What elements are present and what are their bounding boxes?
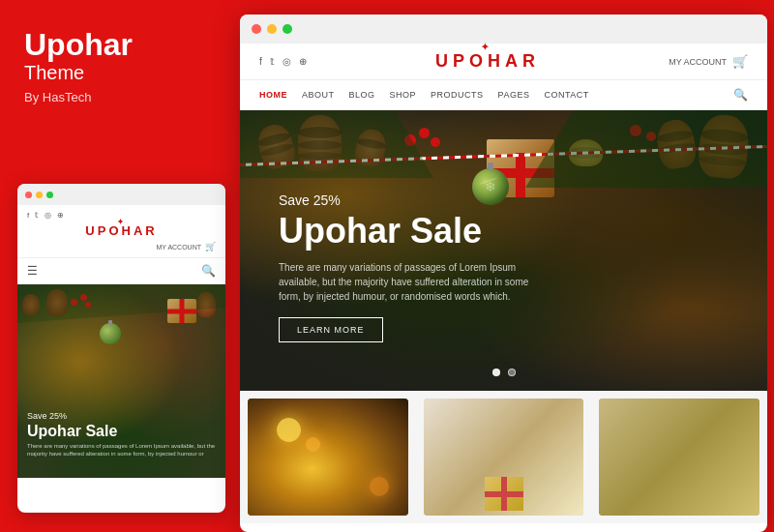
facebook-icon[interactable]: f	[259, 56, 262, 67]
nav-home[interactable]: HOME	[259, 90, 287, 100]
browser-bar	[240, 15, 767, 44]
slider-dot-1[interactable]	[492, 369, 500, 376]
site-social-icons: f 𝕥 ◎ ⊕	[259, 56, 307, 67]
cart-icon[interactable]: 🛒	[732, 54, 748, 69]
mobile-desc-text: There are many variations of passages of…	[27, 443, 216, 458]
mobile-hero-section: Save 25% Upohar Sale There are many vari…	[17, 284, 225, 478]
hero-title: Upohar Sale	[279, 212, 729, 251]
mobile-dot-red	[25, 192, 32, 198]
nav-blog[interactable]: BLOG	[349, 90, 375, 100]
mobile-hero-text: Save 25% Upohar Sale There are many vari…	[27, 411, 216, 458]
hero-section: ❄ Save 25% Upohar Sale There are many va…	[240, 110, 767, 391]
hero-text-overlay: Save 25% Upohar Sale There are many vari…	[279, 192, 729, 342]
hero-desc: There are many variations of passages of…	[279, 260, 550, 304]
mobile-facebook-icon: f	[27, 211, 29, 220]
browser-dot-red	[252, 24, 261, 34]
bottom-card-2	[424, 399, 584, 516]
slider-dots	[492, 369, 516, 376]
site-header: f 𝕥 ◎ ⊕ UPOHAR MY ACCOUNT 🛒	[240, 44, 767, 80]
main-preview: f 𝕥 ◎ ⊕ UPOHAR MY ACCOUNT 🛒 HOME ABOUT B…	[240, 15, 767, 532]
mobile-site-header: f 𝕥 ◎ ⊕ UPOHAR MY ACCOUNT 🛒	[17, 205, 225, 258]
site-account-row: MY ACCOUNT 🛒	[669, 54, 748, 69]
instagram-icon[interactable]: ◎	[283, 56, 291, 67]
mobile-account-row: MY ACCOUNT 🛒	[27, 242, 216, 251]
hero-cta-button[interactable]: LEARN MORE	[279, 317, 383, 342]
mobile-cart-icon: 🛒	[205, 242, 216, 251]
pinterest-icon[interactable]: ⊕	[299, 56, 307, 67]
mobile-save-text: Save 25%	[27, 411, 216, 421]
site-logo: UPOHAR	[435, 51, 540, 72]
browser-dot-green	[283, 24, 292, 34]
mobile-twitter-icon: 𝕥	[35, 211, 39, 220]
nav-products[interactable]: PRODUCTS	[431, 90, 484, 100]
mobile-sale-title: Upohar Sale	[27, 423, 216, 440]
nav-contact[interactable]: CONTACT	[544, 90, 588, 100]
mobile-instagram-icon: ◎	[45, 211, 51, 220]
nav-items: HOME ABOUT BLOG SHOP PRODUCTS PAGES CONT…	[259, 90, 589, 100]
hamburger-icon[interactable]: ☰	[27, 264, 38, 278]
nav-search-icon[interactable]: 🔍	[733, 88, 748, 102]
slider-dot-2[interactable]	[508, 369, 516, 376]
nav-shop[interactable]: SHOP	[390, 90, 417, 100]
bottom-card-3	[599, 399, 759, 516]
nav-about[interactable]: ABOUT	[302, 90, 335, 100]
brand-title: Upohar	[24, 29, 216, 60]
bottom-card-1	[248, 399, 408, 516]
brand-by: By HasTech	[24, 90, 216, 104]
left-panel: Upohar Theme By HasTech f 𝕥 ◎ ⊕ UPOHAR M…	[0, 0, 240, 532]
mobile-logo: UPOHAR	[27, 223, 216, 238]
mobile-account-label: MY ACCOUNT	[156, 244, 201, 251]
mobile-search-icon[interactable]: 🔍	[201, 264, 216, 278]
browser-dot-yellow	[267, 24, 277, 34]
mobile-dot-yellow	[36, 192, 43, 198]
mobile-browser-bar	[17, 184, 225, 205]
mobile-pinterest-icon: ⊕	[57, 211, 64, 220]
account-label[interactable]: MY ACCOUNT	[669, 57, 727, 67]
twitter-icon[interactable]: 𝕥	[270, 56, 275, 67]
nav-pages[interactable]: PAGES	[498, 90, 530, 100]
mobile-menu-row: ☰ 🔍	[17, 258, 225, 284]
mobile-dot-green	[46, 192, 53, 198]
hero-save-badge: Save 25%	[279, 192, 729, 208]
mobile-preview-card: f 𝕥 ◎ ⊕ UPOHAR MY ACCOUNT 🛒 ☰ 🔍	[17, 184, 225, 513]
site-nav: HOME ABOUT BLOG SHOP PRODUCTS PAGES CONT…	[240, 80, 767, 110]
brand-subtitle: Theme	[24, 62, 216, 84]
bottom-section	[240, 391, 767, 523]
